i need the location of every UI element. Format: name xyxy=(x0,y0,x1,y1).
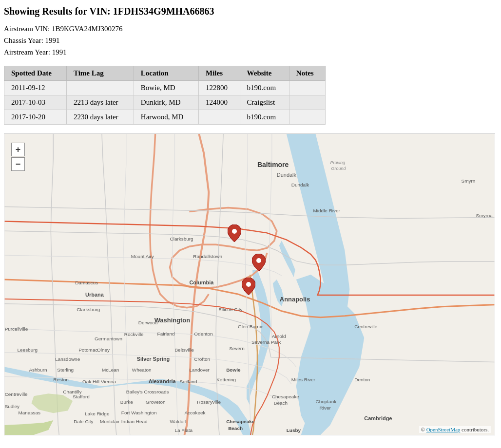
sightings-table: Spotted Date Time Lag Location Miles Web… xyxy=(4,66,326,125)
svg-text:Vienna: Vienna xyxy=(101,379,116,384)
svg-text:Ellicott City: Ellicott City xyxy=(218,307,242,312)
svg-text:River: River xyxy=(320,405,331,411)
map-marker-1[interactable] xyxy=(252,254,266,273)
svg-text:Bowie: Bowie xyxy=(226,367,241,373)
svg-point-79 xyxy=(232,229,237,234)
chassis-year: Chassis Year: 1991 xyxy=(4,35,497,46)
map-controls: + − xyxy=(11,143,25,171)
svg-text:Germantown: Germantown xyxy=(95,336,122,341)
zoom-in-button[interactable]: + xyxy=(11,143,25,156)
cell-location: Harwood, MD xyxy=(134,110,198,125)
col-miles: Miles xyxy=(199,66,240,81)
svg-point-81 xyxy=(246,282,251,287)
svg-text:Centreville: Centreville xyxy=(354,324,377,329)
cell-time_lag: 2230 days later xyxy=(66,110,134,125)
header-section: Showing Results for VIN: 1FDHS34G9MHA668… xyxy=(0,0,501,66)
cell-time_lag: 2213 days later xyxy=(66,95,134,110)
cell-notes xyxy=(289,81,325,95)
svg-text:Dundalk: Dundalk xyxy=(277,172,297,178)
svg-text:Groveton: Groveton xyxy=(146,399,166,405)
airstream-vin: Airstream VIN: 1B9KGVA24MJ300276 xyxy=(4,23,497,35)
svg-text:Beach: Beach xyxy=(274,400,288,406)
table-row: 2011-09-12Bowie, MD122800b190.com xyxy=(4,81,326,95)
svg-text:Waldorf: Waldorf xyxy=(170,419,187,424)
svg-text:Middle River: Middle River xyxy=(313,208,341,213)
svg-text:Smyrna: Smyrna xyxy=(476,213,493,218)
svg-text:Olney: Olney xyxy=(97,347,110,353)
svg-text:Chesapeake: Chesapeake xyxy=(272,394,299,399)
svg-text:Arnold: Arnold xyxy=(272,334,286,339)
map-attribution: © OpenStreetMap contributors. xyxy=(419,426,491,433)
map-marker-2[interactable] xyxy=(242,278,255,297)
map-container: Baltimore Dundalk Dundalk Washington Ann… xyxy=(4,133,495,435)
svg-text:Miles River: Miles River xyxy=(291,377,316,382)
svg-text:Purcellville: Purcellville xyxy=(5,326,28,332)
cell-location: Bowie, MD xyxy=(134,81,198,95)
svg-text:Severna Park: Severna Park xyxy=(251,339,281,345)
svg-text:Dale City: Dale City xyxy=(74,419,93,424)
svg-text:Baltimore: Baltimore xyxy=(257,161,289,168)
svg-text:Suitland: Suitland xyxy=(179,379,197,384)
svg-text:Ground: Ground xyxy=(331,166,346,171)
meta-info: Airstream VIN: 1B9KGVA24MJ300276 Chassis… xyxy=(4,23,497,58)
svg-text:Beltsville: Beltsville xyxy=(174,347,194,353)
cell-website: b190.com xyxy=(240,110,289,125)
svg-text:Kettering: Kettering xyxy=(216,377,236,382)
col-location: Location xyxy=(134,66,198,81)
svg-text:Landover: Landover xyxy=(189,367,210,373)
svg-text:Oak Hill: Oak Hill xyxy=(82,379,99,384)
table-row: 2017-10-032213 days laterDunkirk, MD1240… xyxy=(4,95,326,110)
col-website: Website xyxy=(240,66,289,81)
cell-notes xyxy=(289,110,325,125)
svg-text:Ashburn: Ashburn xyxy=(29,367,47,373)
svg-text:Denton: Denton xyxy=(354,377,370,382)
cell-location: Dunkirk, MD xyxy=(134,95,198,110)
svg-text:McLean: McLean xyxy=(102,367,119,373)
svg-text:Choptank: Choptank xyxy=(316,399,337,404)
cell-spotted_date: 2017-10-20 xyxy=(4,110,67,125)
cell-time_lag xyxy=(66,81,134,95)
svg-text:Indian Head: Indian Head xyxy=(121,419,148,424)
svg-text:Damascus: Damascus xyxy=(75,280,98,285)
table-row: 2017-10-202230 days laterHarwood, MDb190… xyxy=(4,110,326,125)
svg-text:Rosaryville: Rosaryville xyxy=(197,399,221,405)
svg-text:Reston: Reston xyxy=(53,377,69,382)
svg-text:Crofton: Crofton xyxy=(194,356,210,362)
col-spotted-date: Spotted Date xyxy=(4,66,67,81)
svg-text:Sterling: Sterling xyxy=(57,367,74,373)
svg-text:Potomac: Potomac xyxy=(78,347,97,353)
svg-text:Cambridge: Cambridge xyxy=(364,415,392,421)
svg-text:Glen Burnie: Glen Burnie xyxy=(238,324,264,329)
cell-website: b190.com xyxy=(240,81,289,95)
zoom-out-button[interactable]: − xyxy=(11,157,25,171)
svg-text:Lusby: Lusby xyxy=(287,428,301,433)
svg-text:Lansdowne: Lansdowne xyxy=(55,356,80,362)
svg-text:Alexandria: Alexandria xyxy=(149,378,176,384)
svg-text:Silver Spring: Silver Spring xyxy=(137,356,170,362)
svg-text:Washington: Washington xyxy=(154,317,191,324)
svg-text:Columbia: Columbia xyxy=(189,280,214,285)
cell-spotted_date: 2011-09-12 xyxy=(4,81,67,95)
page-title: Showing Results for VIN: 1FDHS34G9MHA668… xyxy=(4,6,497,17)
svg-text:Bailey's Crossroads: Bailey's Crossroads xyxy=(126,389,169,394)
svg-text:Randallstown: Randallstown xyxy=(193,254,222,259)
svg-text:Manassas: Manassas xyxy=(19,410,40,415)
svg-text:Clarksburg: Clarksburg xyxy=(77,307,100,312)
svg-text:Derwood: Derwood xyxy=(138,320,158,325)
cell-spotted_date: 2017-10-03 xyxy=(4,95,67,110)
cell-miles: 122800 xyxy=(199,81,240,95)
map-marker-0[interactable] xyxy=(228,224,241,244)
svg-text:Sudley: Sudley xyxy=(5,404,19,409)
cell-notes xyxy=(289,95,325,110)
cell-miles: 124000 xyxy=(199,95,240,110)
airstream-year: Airstream Year: 1991 xyxy=(4,46,497,58)
svg-text:Accokeek: Accokeek xyxy=(184,410,205,415)
osm-attribution-link[interactable]: OpenStreetMap xyxy=(426,427,461,432)
svg-text:Smyrn: Smyrn xyxy=(462,178,476,184)
svg-text:Annapolis: Annapolis xyxy=(280,296,310,303)
svg-text:Lake Ridge: Lake Ridge xyxy=(85,411,110,416)
table-header-row: Spotted Date Time Lag Location Miles Web… xyxy=(4,66,326,81)
svg-text:Centreville: Centreville xyxy=(5,392,28,397)
svg-text:Odenton: Odenton xyxy=(194,331,212,336)
svg-text:Leesburg: Leesburg xyxy=(18,347,38,353)
